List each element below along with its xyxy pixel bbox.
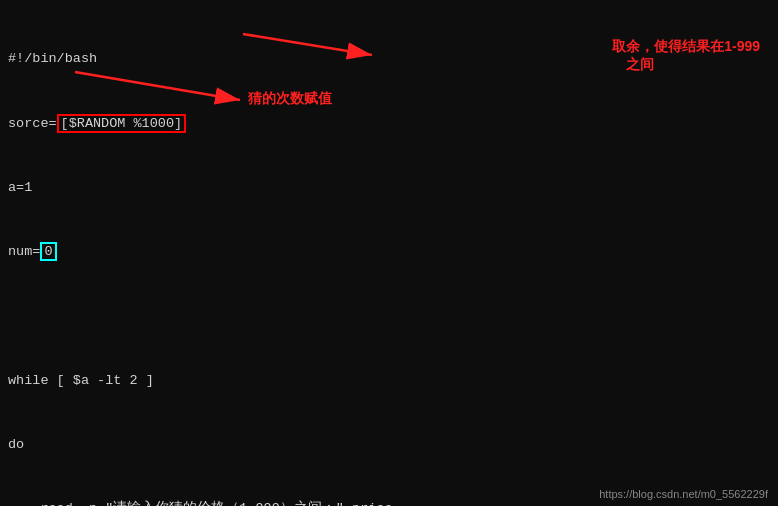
code-line-4: num=0 bbox=[8, 242, 770, 263]
annotation-random: 取余，使得结果在1-999 之间 bbox=[612, 38, 760, 74]
code-line-3: a=1 bbox=[8, 178, 770, 199]
code-area: #!/bin/bash sorce=[$RANDOM %1000] a=1 nu… bbox=[0, 0, 778, 506]
screen: #!/bin/bash sorce=[$RANDOM %1000] a=1 nu… bbox=[0, 0, 778, 506]
code-line-2: sorce=[$RANDOM %1000] bbox=[8, 114, 770, 135]
code-line-7: do bbox=[8, 435, 770, 456]
code-line-8: read -p "请输入你猜的价格（1-999）之间：" price bbox=[8, 499, 770, 506]
code-line-5 bbox=[8, 307, 770, 328]
annotation-num: 猜的次数赋值 bbox=[248, 90, 332, 108]
highlight-num: 0 bbox=[40, 242, 56, 261]
code-line-6: while [ $a -lt 2 ] bbox=[8, 371, 770, 392]
highlight-random: [$RANDOM %1000] bbox=[57, 114, 187, 133]
footer-url: https://blog.csdn.net/m0_5562229f bbox=[599, 488, 768, 500]
